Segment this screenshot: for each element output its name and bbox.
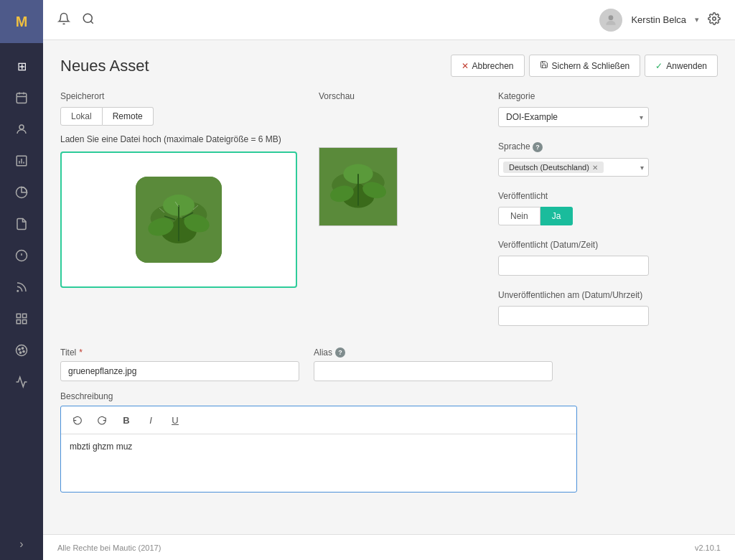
titel-alias-row: Titel * Alias ? — [60, 347, 718, 381]
upload-image-preview — [136, 177, 222, 263]
form-three-col: Speicherort Lokal Remote Laden Sie eine … — [60, 91, 718, 340]
main-content: Neues Asset ✕ Abbrechen Sichern & Schlie… — [43, 40, 735, 560]
apply-icon: ✓ — [655, 61, 663, 71]
beschreibung-section: Beschreibung B I U mbzti ghzm muz — [60, 391, 718, 493]
veroeffentlicht-section: Veröffentlicht Nein Ja — [498, 191, 649, 225]
redo-button[interactable] — [93, 411, 111, 429]
svg-rect-0 — [17, 93, 27, 103]
sprache-section: Sprache ? Deutsch (Deutschland) ✕ ▾ — [498, 141, 649, 177]
avatar — [599, 9, 622, 32]
storage-buttons: Lokal Remote — [60, 107, 304, 126]
main-wrapper: Neues Asset ✕ Abbrechen Sichern & Schlie… — [43, 40, 735, 560]
storage-local-button[interactable]: Lokal — [60, 107, 103, 126]
editor-toolbar: B I U — [61, 406, 576, 434]
sidebar-item-feed[interactable] — [0, 271, 43, 303]
sidebar-expand[interactable]: › — [0, 528, 43, 560]
underline-button[interactable]: U — [166, 411, 184, 429]
bold-button[interactable]: B — [117, 411, 136, 429]
sidebar-item-pie[interactable] — [0, 177, 43, 208]
search-icon[interactable] — [82, 12, 95, 28]
sidebar-item-plugins[interactable] — [0, 208, 43, 240]
svg-point-13 — [17, 291, 19, 292]
footer-copyright: Alle Rechte bei Mautic (2017) — [57, 543, 161, 552]
page-title-bar: Neues Asset ✕ Abbrechen Sichern & Schlie… — [60, 55, 718, 77]
editor-body[interactable]: mbzti ghzm muz — [61, 434, 576, 492]
datum-input[interactable] — [498, 256, 649, 276]
italic-button[interactable]: I — [141, 411, 160, 429]
save-icon — [540, 60, 548, 71]
svg-rect-14 — [17, 314, 20, 317]
sprache-info-icon[interactable]: ? — [533, 142, 543, 152]
svg-rect-16 — [17, 320, 20, 324]
sidebar-item-grid[interactable] — [0, 303, 43, 335]
titel-input[interactable] — [60, 361, 299, 381]
save-close-button[interactable]: Sichern & Schließen — [529, 55, 641, 77]
apply-button[interactable]: ✓ Anwenden — [645, 55, 718, 77]
preview-image — [319, 147, 398, 226]
footer-version: v2.10.1 — [695, 543, 721, 552]
toggle-ja-button[interactable]: Ja — [540, 207, 574, 225]
abort-button[interactable]: ✕ Abbrechen — [451, 55, 525, 77]
sprache-remove-icon[interactable]: ✕ — [592, 164, 598, 172]
svg-point-19 — [19, 348, 20, 350]
user-name[interactable]: Kerstin Belca — [631, 14, 686, 25]
sprache-value: Deutsch (Deutschland) — [509, 163, 589, 172]
upload-hint: Laden Sie eine Datei hoch (maximale Date… — [60, 134, 304, 144]
svg-point-20 — [22, 347, 23, 349]
unveroeffentlichen-input[interactable] — [498, 306, 649, 326]
sprache-tag: Deutsch (Deutschland) ✕ — [503, 162, 604, 173]
required-star: * — [79, 347, 83, 358]
veroeffentlicht-toggle: Nein Ja — [498, 207, 649, 225]
unveroeffentlichen-label: Unveröffentlichen am (Datum/Uhrzeit) — [498, 290, 649, 300]
upload-area[interactable] — [60, 151, 297, 288]
sidebar-item-chart[interactable] — [0, 366, 43, 398]
sidebar: M ⊞ › — [0, 0, 43, 560]
app-logo[interactable]: M — [0, 0, 43, 43]
undo-button[interactable] — [68, 411, 87, 429]
page-title: Neues Asset — [60, 57, 149, 75]
kategorie-select[interactable]: DOI-Example — [498, 107, 649, 127]
kategorie-section: Kategorie DOI-Example ▾ — [498, 91, 649, 127]
svg-rect-15 — [23, 314, 27, 317]
sidebar-item-dashboard[interactable]: ⊞ — [0, 50, 43, 82]
sprache-dropdown-arrow[interactable]: ▾ — [640, 164, 644, 172]
alias-info-icon[interactable]: ? — [335, 347, 345, 358]
alias-label: Alias ? — [314, 347, 553, 358]
col-upload: Speicherort Lokal Remote Laden Sie eine … — [60, 91, 304, 302]
action-buttons: ✕ Abbrechen Sichern & Schließen ✓ Anwend… — [451, 55, 718, 77]
editor-container: B I U mbzti ghzm muz — [60, 406, 577, 493]
alias-group: Alias ? — [314, 347, 553, 381]
sidebar-item-palette[interactable] — [0, 335, 43, 366]
sprache-field[interactable]: Deutsch (Deutschland) ✕ ▾ — [498, 158, 649, 177]
svg-point-23 — [83, 14, 92, 22]
svg-line-24 — [90, 21, 93, 23]
unveroeffentlichen-section: Unveröffentlichen am (Datum/Uhrzeit) — [498, 290, 649, 326]
sidebar-item-reports[interactable] — [0, 145, 43, 177]
sidebar-item-calendar[interactable] — [0, 82, 43, 113]
sidebar-item-contacts[interactable] — [0, 113, 43, 145]
kategorie-select-wrapper: DOI-Example ▾ — [498, 107, 649, 127]
alias-input[interactable] — [314, 361, 553, 381]
storage-label: Speicherort — [60, 91, 304, 101]
storage-remote-button[interactable]: Remote — [103, 107, 154, 126]
gear-icon[interactable] — [708, 12, 721, 28]
toggle-nein-button[interactable]: Nein — [498, 207, 540, 225]
titel-group: Titel * — [60, 347, 299, 381]
user-dropdown-arrow[interactable]: ▾ — [695, 15, 699, 24]
sidebar-item-alerts[interactable] — [0, 240, 43, 271]
datum-label: Veröffentlicht (Datum/Zeit) — [498, 240, 649, 250]
veroeffentlicht-label: Veröffentlicht — [498, 191, 649, 201]
notification-icon[interactable] — [57, 12, 70, 28]
titel-label: Titel * — [60, 347, 299, 358]
abort-icon: ✕ — [462, 61, 469, 71]
svg-rect-17 — [23, 320, 27, 324]
svg-point-22 — [19, 352, 21, 353]
footer: Alle Rechte bei Mautic (2017) v2.10.1 — [43, 534, 735, 560]
svg-point-18 — [17, 345, 27, 356]
preview-label: Vorschau — [319, 91, 484, 101]
kategorie-label: Kategorie — [498, 91, 649, 101]
topnav: Kerstin Belca ▾ — [43, 0, 735, 40]
svg-point-26 — [713, 17, 716, 20]
svg-point-25 — [609, 15, 614, 20]
col-right: Kategorie DOI-Example ▾ Sprache ? — [498, 91, 649, 340]
